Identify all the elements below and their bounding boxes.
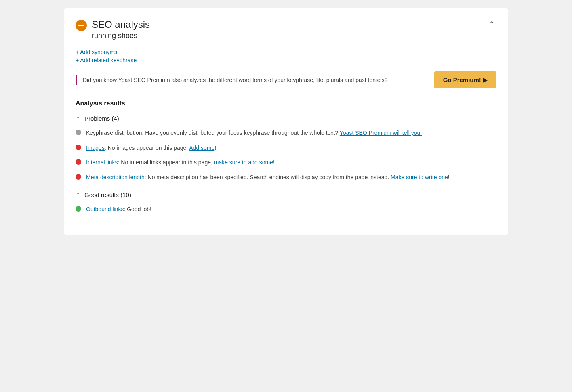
header-left: — SEO analysis running shoes	[76, 18, 150, 41]
list-item: Internal links: No internal links appear…	[76, 158, 496, 167]
panel-subtitle: running shoes	[92, 31, 150, 41]
make-sure-write-link[interactable]: Make sure to write one	[391, 174, 448, 180]
problems-label: Problems (4)	[84, 115, 119, 122]
green-dot-icon	[76, 206, 81, 212]
internal-links-link[interactable]: Internal links	[86, 159, 118, 166]
good-results-section: ⌃ Good results (10) Outbound links: Good…	[76, 191, 496, 214]
list-item: Keyphrase distribution: Have you evenly …	[76, 128, 496, 137]
add-some-link[interactable]: Add some	[189, 145, 214, 151]
item-text: Internal links: No internal links appear…	[86, 158, 275, 167]
seo-analysis-panel: — SEO analysis running shoes ⌃ + Add syn…	[64, 8, 508, 235]
add-synonyms-link[interactable]: + Add synonyms	[76, 49, 496, 55]
item-text: Images: No images appear on this page. A…	[86, 143, 216, 152]
red-dot-icon	[76, 145, 81, 150]
item-text: Keyphrase distribution: Have you evenly …	[86, 128, 422, 137]
gray-dot-icon	[76, 130, 81, 135]
collapse-button[interactable]: ⌃	[487, 18, 496, 30]
list-item: Meta description length: No meta descrip…	[76, 173, 496, 182]
images-link[interactable]: Images	[86, 145, 105, 151]
problems-chevron-icon: ⌃	[76, 115, 80, 122]
good-results-list: Outbound links: Good job!	[76, 205, 496, 214]
list-item: Outbound links: Good job!	[76, 205, 496, 214]
outbound-links-link[interactable]: Outbound links	[86, 206, 124, 212]
premium-banner-text: Did you know Yoast SEO Premium also anal…	[76, 75, 426, 84]
add-related-keyphrase-link[interactable]: + Add related keyphrase	[76, 57, 496, 63]
item-text: Meta description length: No meta descrip…	[86, 173, 450, 182]
panel-title: SEO analysis	[92, 18, 150, 31]
good-results-section-header[interactable]: ⌃ Good results (10)	[76, 191, 496, 198]
premium-banner: Did you know Yoast SEO Premium also anal…	[76, 71, 496, 88]
make-sure-add-link[interactable]: make sure to add some	[214, 159, 273, 166]
meta-description-link[interactable]: Meta description length	[86, 174, 145, 180]
panel-header: — SEO analysis running shoes ⌃	[76, 18, 496, 41]
problems-list: Keyphrase distribution: Have you evenly …	[76, 128, 496, 182]
status-icon: —	[76, 20, 87, 31]
problems-section-header[interactable]: ⌃ Problems (4)	[76, 115, 496, 122]
analysis-results-heading: Analysis results	[76, 100, 496, 107]
good-results-chevron-icon: ⌃	[76, 191, 80, 198]
premium-distribution-link[interactable]: Yoast SEO Premium will tell you!	[340, 130, 422, 136]
red-dot-icon	[76, 174, 81, 180]
go-premium-button[interactable]: Go Premium! ▶	[434, 71, 496, 88]
links-section: + Add synonyms + Add related keyphrase	[76, 49, 496, 63]
red-dot-icon	[76, 159, 81, 165]
item-text: Outbound links: Good job!	[86, 205, 151, 214]
title-group: SEO analysis running shoes	[92, 18, 150, 41]
list-item: Images: No images appear on this page. A…	[76, 143, 496, 152]
good-results-label: Good results (10)	[84, 191, 131, 198]
